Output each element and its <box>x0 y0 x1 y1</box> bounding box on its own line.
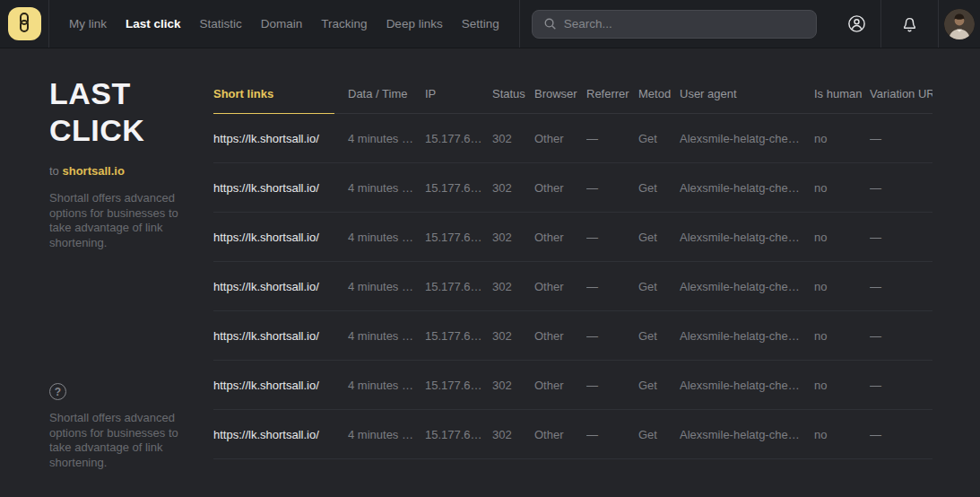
column-header-variation_url[interactable]: Variation URL <box>870 74 932 114</box>
cell-status: 302 <box>492 428 534 441</box>
cell-user_agent: Alexsmile-helatg-check-... <box>680 428 814 441</box>
table-row: https://lk.shortsall.io/4 minutes ago15.… <box>213 262 932 311</box>
cell-ip: 15.177.66.7 <box>425 181 492 195</box>
cell-user_agent: Alexsmile-helatg-check-... <box>680 280 814 293</box>
cell-metod: Get <box>638 280 680 293</box>
main-nav: My linkLast clickStatisticDomainTracking… <box>49 0 520 48</box>
cell-browser: Other <box>534 329 586 343</box>
table-row: https://lk.shortsall.io/4 minutes ago15.… <box>213 114 932 163</box>
account-button[interactable] <box>833 0 880 48</box>
column-header-date_time[interactable]: Data / Time <box>348 74 425 114</box>
cell-date_time: 4 minutes ago <box>348 428 425 441</box>
cell-browser: Other <box>534 231 586 244</box>
search-box[interactable] <box>532 10 817 39</box>
clicks-table-area: Short linksData / TimeIPStatusBrowserRef… <box>213 48 980 496</box>
cell-user_agent: Alexsmile-helatg-check-... <box>680 181 814 195</box>
cell-referrer: — <box>586 231 638 244</box>
link-chain-icon <box>18 13 30 36</box>
cell-referrer: — <box>586 181 638 195</box>
table-body: https://lk.shortsall.io/4 minutes ago15.… <box>213 114 932 459</box>
cell-ip: 15.177.66.7 <box>425 231 492 244</box>
column-header-browser[interactable]: Browser <box>534 74 586 114</box>
table-row: https://lk.shortsall.io/4 minutes ago15.… <box>213 410 932 459</box>
main-content: LAST CLICK to shortsall.io Shortall offe… <box>0 48 980 496</box>
notifications-button[interactable] <box>880 0 938 48</box>
nav-item-domain[interactable]: Domain <box>261 17 303 31</box>
cell-variation_url: — <box>870 231 932 244</box>
cell-is_human: no <box>814 379 870 392</box>
cell-status: 302 <box>492 329 534 343</box>
cell-short_link[interactable]: https://lk.shortsall.io/ <box>213 379 348 392</box>
cell-is_human: no <box>814 280 870 293</box>
cell-date_time: 4 minutes ago <box>348 181 425 195</box>
cell-short_link[interactable]: https://lk.shortsall.io/ <box>213 132 348 145</box>
column-header-user_agent[interactable]: User agent <box>680 74 814 114</box>
cell-metod: Get <box>638 379 680 392</box>
column-header-metod[interactable]: Metod <box>638 74 680 114</box>
destination-line: to shortsall.io <box>49 164 197 178</box>
cell-variation_url: — <box>870 132 932 145</box>
table-row: https://lk.shortsall.io/4 minutes ago15.… <box>213 163 932 213</box>
cell-short_link[interactable]: https://lk.shortsall.io/ <box>213 428 348 441</box>
cell-is_human: no <box>814 132 870 145</box>
cell-referrer: — <box>586 428 638 441</box>
table-row: https://lk.shortsall.io/4 minutes ago15.… <box>213 311 932 361</box>
sidebar: LAST CLICK to shortsall.io Shortall offe… <box>0 48 213 496</box>
help-icon[interactable]: ? <box>49 383 66 400</box>
cell-date_time: 4 minutes ago <box>348 132 425 145</box>
topbar: My linkLast clickStatisticDomainTracking… <box>0 0 980 48</box>
cell-status: 302 <box>492 231 534 244</box>
account-icon <box>846 13 867 34</box>
cell-user_agent: Alexsmile-helatg-check-... <box>680 231 814 244</box>
cell-ip: 15.177.66.7 <box>425 132 492 145</box>
logo-box <box>0 0 49 48</box>
cell-metod: Get <box>638 231 680 244</box>
column-header-referrer[interactable]: Referrer <box>586 74 638 114</box>
cell-metod: Get <box>638 329 680 343</box>
cell-short_link[interactable]: https://lk.shortsall.io/ <box>213 329 348 343</box>
cell-date_time: 4 minutes ago <box>348 280 425 293</box>
cell-ip: 15.177.66.7 <box>425 329 492 343</box>
nav-item-setting[interactable]: Setting <box>462 17 499 31</box>
sidebar-description: Shortall offers advanced options for bus… <box>49 191 197 250</box>
domain-link[interactable]: shortsall.io <box>62 164 124 178</box>
cell-short_link[interactable]: https://lk.shortsall.io/ <box>213 280 348 293</box>
user-menu-button[interactable] <box>938 0 980 48</box>
cell-variation_url: — <box>870 280 932 293</box>
column-header-status[interactable]: Status <box>492 74 534 114</box>
cell-variation_url: — <box>870 329 932 343</box>
cell-date_time: 4 minutes ago <box>348 329 425 343</box>
search-area <box>520 0 833 48</box>
table-row: https://lk.shortsall.io/4 minutes ago15.… <box>213 361 932 410</box>
user-avatar <box>944 9 975 39</box>
cell-metod: Get <box>638 132 680 145</box>
nav-item-tracking[interactable]: Tracking <box>321 17 367 31</box>
cell-ip: 15.177.66.7 <box>425 428 492 441</box>
sidebar-description-secondary: Shortall offers advanced options for bus… <box>49 411 197 470</box>
column-header-short_link[interactable]: Short links <box>213 74 348 114</box>
cell-short_link[interactable]: https://lk.shortsall.io/ <box>213 231 348 244</box>
to-label: to <box>49 164 59 178</box>
nav-item-statistic[interactable]: Statistic <box>200 17 242 31</box>
cell-status: 302 <box>492 132 534 145</box>
cell-user_agent: Alexsmile-helatg-check-... <box>680 329 814 343</box>
cell-user_agent: Alexsmile-helatg-check-... <box>680 379 814 392</box>
nav-item-my-link[interactable]: My link <box>69 17 107 31</box>
clicks-table: Short linksData / TimeIPStatusBrowserRef… <box>213 74 932 459</box>
app-logo-button[interactable] <box>8 7 41 40</box>
column-header-is_human[interactable]: Is human <box>814 74 870 114</box>
cell-ip: 15.177.66.7 <box>425 379 492 392</box>
nav-item-last-click[interactable]: Last click <box>126 17 181 31</box>
cell-browser: Other <box>534 379 586 392</box>
cell-status: 302 <box>492 280 534 293</box>
column-header-ip[interactable]: IP <box>425 74 492 114</box>
nav-item-deep-links[interactable]: Deep links <box>386 17 443 31</box>
cell-browser: Other <box>534 132 586 145</box>
search-input[interactable] <box>564 17 805 31</box>
notifications-bell-icon <box>899 13 920 34</box>
cell-referrer: — <box>586 379 638 392</box>
cell-status: 302 <box>492 379 534 392</box>
cell-ip: 15.177.66.7 <box>425 280 492 293</box>
table-row: https://lk.shortsall.io/4 minutes ago15.… <box>213 213 932 262</box>
cell-short_link[interactable]: https://lk.shortsall.io/ <box>213 181 348 195</box>
